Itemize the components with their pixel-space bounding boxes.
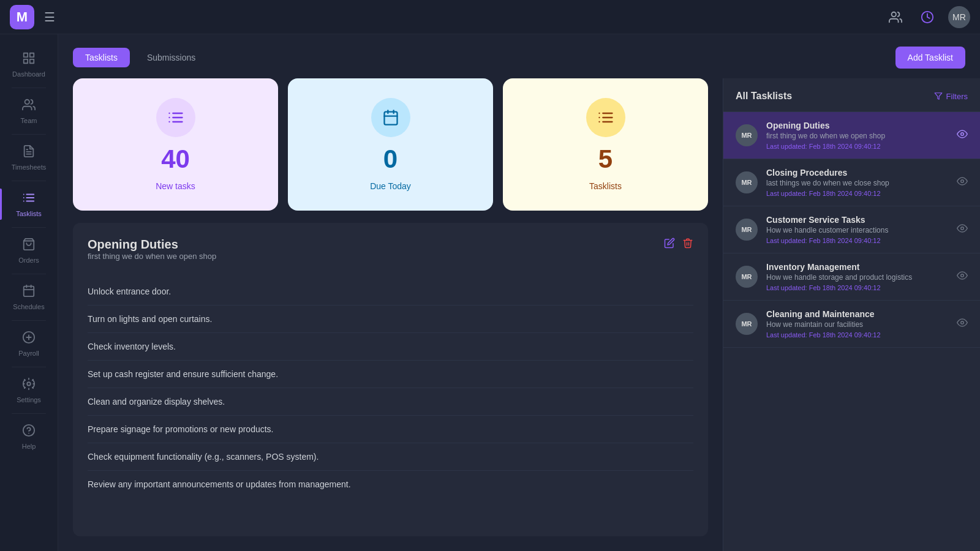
svg-point-45: [961, 227, 964, 230]
sidebar-label-help: Help: [22, 443, 36, 450]
schedules-icon: [22, 284, 36, 301]
sidebar-item-orders[interactable]: Orders: [0, 230, 58, 271]
view-tasklist-icon[interactable]: [957, 270, 968, 283]
task-item: Set up cash register and ensure sufficie…: [88, 361, 693, 388]
tab-submissions[interactable]: Submissions: [135, 48, 208, 67]
sidebar-divider-2: [12, 134, 46, 135]
view-tasklist-icon[interactable]: [957, 129, 968, 142]
task-item: Clean and organize display shelves.: [88, 388, 693, 416]
tl-avatar: MR: [736, 266, 758, 288]
svg-point-0: [892, 12, 896, 16]
users-icon[interactable]: [884, 6, 907, 28]
tasklists-count-number: 5: [598, 144, 612, 174]
content-header: Tasklists Submissions Add Tasklist: [58, 34, 980, 78]
delete-task-icon[interactable]: [682, 238, 693, 252]
tasklist-item-inventory-management[interactable]: MR Inventory Management How we handle st…: [723, 253, 980, 301]
sidebar-label-dashboard: Dashboard: [12, 70, 45, 78]
sidebar-item-timesheets[interactable]: Timesheets: [0, 137, 58, 178]
tasklist-item-cleaning-maintenance[interactable]: MR Cleaning and Maintenance How we maint…: [723, 301, 980, 348]
tl-avatar: MR: [736, 171, 758, 193]
timer-icon[interactable]: [916, 6, 938, 28]
sidebar-item-schedules[interactable]: Schedules: [0, 277, 58, 318]
content-body: 40 New tasks 0: [58, 78, 980, 551]
sidebar-divider-3: [12, 181, 46, 181]
right-panel: All Tasklists Filters MR Opening Duties: [723, 78, 980, 551]
menu-icon[interactable]: ☰: [44, 10, 55, 24]
new-tasks-number: 40: [161, 144, 190, 174]
sidebar-label-settings: Settings: [17, 396, 41, 403]
due-today-number: 0: [383, 144, 398, 174]
sidebar-item-tasklists[interactable]: Tasklists: [0, 184, 58, 225]
tl-updated: Last updated: Feb 18th 2024 09:40:12: [766, 143, 948, 150]
task-item: Check equipment functionality (e.g., sca…: [88, 443, 693, 471]
svg-rect-32: [384, 112, 397, 125]
tl-desc: How we handle customer interactions: [766, 226, 948, 234]
due-today-label: Due Today: [370, 181, 411, 191]
sidebar-item-help[interactable]: Help: [0, 416, 58, 457]
svg-marker-42: [935, 93, 942, 100]
tl-name: Customer Service Tasks: [766, 215, 948, 225]
svg-point-46: [961, 274, 964, 277]
tl-name: Inventory Management: [766, 262, 948, 272]
task-item: Turn on lights and open curtains.: [88, 305, 693, 333]
svg-point-43: [961, 133, 964, 136]
task-item: Review any important announcements or up…: [88, 471, 693, 498]
view-tasklist-icon[interactable]: [957, 223, 968, 236]
tl-name: Closing Procedures: [766, 168, 948, 178]
tl-updated: Last updated: Feb 18th 2024 09:40:12: [766, 284, 948, 291]
task-detail-card: Opening Duties first thing we do when we…: [73, 223, 708, 536]
svg-rect-3: [30, 53, 34, 57]
tl-info: Opening Duties first thing we do when we…: [766, 121, 948, 150]
sidebar-item-payroll[interactable]: Payroll: [0, 323, 58, 364]
topbar-right: MR: [884, 6, 970, 28]
sidebar: Dashboard Team: [0, 34, 58, 551]
tl-avatar: MR: [736, 313, 758, 335]
sidebar-divider-4: [12, 227, 46, 228]
svg-rect-2: [24, 53, 28, 57]
tl-updated: Last updated: Feb 18th 2024 09:40:12: [766, 331, 948, 339]
sidebar-label-orders: Orders: [18, 257, 39, 264]
task-detail-title: Opening Duties: [88, 238, 216, 252]
new-tasks-icon-circle: [156, 98, 195, 137]
app-logo[interactable]: M: [10, 5, 34, 29]
sidebar-item-settings[interactable]: Settings: [0, 370, 58, 411]
right-panel-title: All Tasklists: [736, 91, 792, 102]
content-area: Tasklists Submissions Add Tasklist: [58, 34, 980, 551]
user-avatar[interactable]: MR: [948, 6, 970, 28]
tl-info: Customer Service Tasks How we handle cus…: [766, 215, 948, 244]
timesheets-icon: [22, 144, 36, 161]
tasklist-item-opening-duties[interactable]: MR Opening Duties first thing we do when…: [723, 112, 980, 159]
filters-button[interactable]: Filters: [934, 92, 968, 101]
sidebar-divider-6: [12, 320, 46, 321]
tasklist-items: MR Opening Duties first thing we do when…: [723, 112, 980, 551]
view-tasklist-icon[interactable]: [957, 317, 968, 331]
sidebar-label-payroll: Payroll: [18, 350, 39, 357]
stat-cards: 40 New tasks 0: [73, 78, 708, 211]
tl-avatar: MR: [736, 219, 758, 241]
main-panel: 40 New tasks 0: [58, 78, 723, 551]
task-items-list: Unlock entrance door. Turn on lights and…: [88, 278, 693, 498]
tasklist-item-closing-procedures[interactable]: MR Closing Procedures last things we do …: [723, 159, 980, 206]
team-icon: [22, 98, 36, 114]
tasklists-count-label: Tasklists: [589, 181, 622, 191]
task-item: Check inventory levels.: [88, 333, 693, 361]
tl-name: Cleaning and Maintenance: [766, 309, 948, 319]
tl-info: Closing Procedures last things we do whe…: [766, 168, 948, 197]
dashboard-icon: [22, 51, 36, 68]
add-tasklist-button[interactable]: Add Tasklist: [895, 47, 965, 69]
sidebar-item-dashboard[interactable]: Dashboard: [0, 44, 58, 85]
tl-desc: first thing we do when we open shop: [766, 132, 948, 140]
task-item: Unlock entrance door.: [88, 278, 693, 305]
right-panel-header: All Tasklists Filters: [723, 78, 980, 112]
view-tasklist-icon[interactable]: [957, 176, 968, 189]
tasklist-item-customer-service[interactable]: MR Customer Service Tasks How we handle …: [723, 206, 980, 253]
topbar: M ☰ MR: [0, 0, 980, 34]
edit-task-icon[interactable]: [664, 238, 675, 252]
filters-label: Filters: [946, 92, 968, 101]
tab-group: Tasklists Submissions: [73, 48, 208, 67]
tab-tasklists[interactable]: Tasklists: [73, 48, 130, 67]
settings-icon: [22, 377, 36, 394]
tl-name: Opening Duties: [766, 121, 948, 130]
sidebar-item-team[interactable]: Team: [0, 91, 58, 132]
tl-desc: How we maintain our facilities: [766, 320, 948, 329]
